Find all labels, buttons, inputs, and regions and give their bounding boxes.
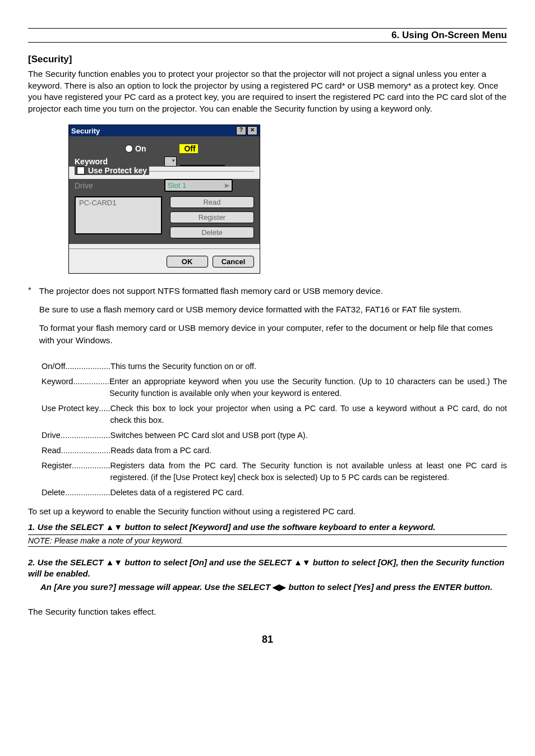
def-delete-term: Delete bbox=[41, 487, 65, 499]
read-button[interactable]: Read bbox=[170, 196, 254, 208]
pc-card-list[interactable]: PC-CARD1 bbox=[75, 196, 162, 234]
def-onoff-term: On/Off bbox=[41, 361, 65, 372]
footnote-p2: Be sure to use a flash memory card or US… bbox=[39, 303, 507, 316]
radio-off-label: Off bbox=[184, 144, 195, 153]
def-drive-term: Drive bbox=[41, 430, 61, 441]
def-protect-body: Check this box to lock your projector wh… bbox=[110, 403, 508, 426]
footnote-p1: The projector does not support NTFS form… bbox=[39, 285, 507, 298]
setup-intro: To set up a keyword to enable the Securi… bbox=[28, 506, 507, 516]
def-keyword-term: Keyword bbox=[41, 376, 73, 399]
radio-on[interactable]: On bbox=[125, 144, 146, 153]
closing-text: The Security function takes effect. bbox=[28, 606, 507, 618]
def-register-term: Register bbox=[41, 460, 72, 483]
step-2b: An [Are you sure?] message will appear. … bbox=[40, 582, 507, 593]
updown-icon: ▲▼ bbox=[294, 557, 311, 567]
cancel-button[interactable]: Cancel bbox=[213, 256, 254, 268]
security-dialog: Security ? ✕ On Off bbox=[68, 125, 260, 274]
chapter-title: 6. Using On-Screen Menu bbox=[28, 30, 507, 41]
close-icon[interactable]: ✕ bbox=[247, 126, 257, 135]
footnote-star: * bbox=[28, 285, 31, 353]
dialog-title: Security bbox=[71, 127, 235, 135]
step-2: 2. Use the SELECT ▲▼ button to select [O… bbox=[28, 557, 507, 580]
section-title: [Security] bbox=[28, 54, 507, 65]
def-read-term: Read bbox=[41, 445, 61, 457]
use-protect-key-label: Use Protect key bbox=[88, 166, 147, 175]
page-number: 81 bbox=[28, 634, 507, 646]
chapter-header: 6. Using On-Screen Menu bbox=[28, 28, 507, 43]
def-keyword-body: Enter an appropriate keyword when you us… bbox=[109, 376, 507, 399]
radio-on-label: On bbox=[135, 144, 146, 153]
def-protect-term: Use Protect key bbox=[41, 403, 99, 426]
radio-off[interactable]: Off bbox=[179, 144, 197, 153]
leftright-icon: ◀▶ bbox=[273, 582, 286, 592]
security-dialog-figure: Security ? ✕ On Off bbox=[68, 125, 507, 274]
note-keyword: NOTE: Please make a note of your keyword… bbox=[28, 534, 507, 547]
delete-button[interactable]: Delete bbox=[170, 227, 254, 238]
definition-list: On/Off.................... This turns th… bbox=[41, 361, 507, 499]
step-1: 1. Use the SELECT ▲▼ button to select [K… bbox=[28, 522, 507, 533]
updown-icon: ▲▼ bbox=[105, 557, 122, 567]
footnote-p3: To format your flash memory card or USB … bbox=[39, 322, 507, 348]
updown-icon: ▲▼ bbox=[105, 522, 122, 532]
help-icon[interactable]: ? bbox=[236, 126, 246, 135]
keyword-dropdown[interactable] bbox=[164, 156, 177, 167]
section-intro: The Security function enables you to pro… bbox=[28, 68, 507, 114]
dialog-titlebar: Security ? ✕ bbox=[69, 125, 260, 136]
def-onoff-body: This turns the Security function on or o… bbox=[110, 361, 256, 372]
use-protect-key-checkbox[interactable] bbox=[77, 167, 85, 174]
register-button[interactable]: Register bbox=[170, 211, 254, 223]
def-drive-body: Switches between PC Card slot and USB po… bbox=[110, 430, 307, 441]
def-register-body: Registers data from the PC card. The Sec… bbox=[110, 460, 508, 483]
ok-button[interactable]: OK bbox=[167, 256, 208, 268]
keyword-input[interactable] bbox=[180, 157, 225, 166]
def-delete-body: Deletes data of a registered PC card. bbox=[110, 487, 245, 499]
pc-card-value: PC-CARD1 bbox=[79, 199, 116, 207]
def-read-body: Reads data from a PC card. bbox=[110, 445, 211, 457]
keyword-label: Keyword bbox=[75, 157, 164, 166]
